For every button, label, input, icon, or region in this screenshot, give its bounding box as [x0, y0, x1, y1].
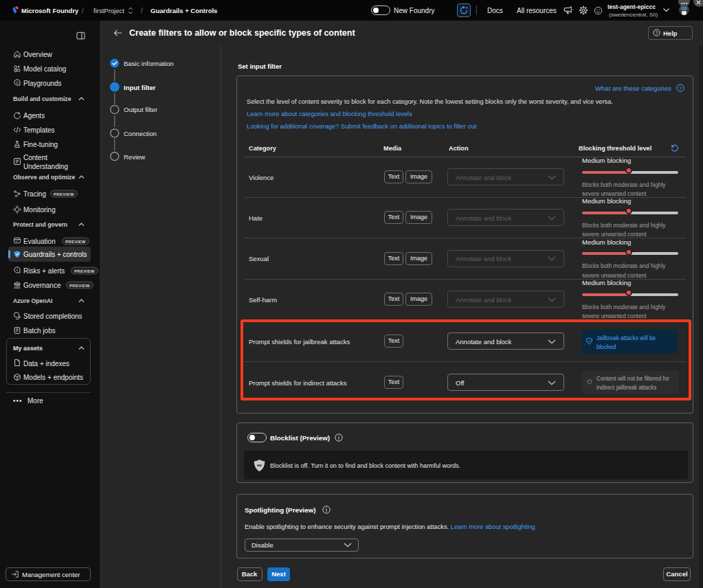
svg-text:?: ? — [656, 30, 658, 35]
svg-text:?: ? — [679, 84, 682, 91]
